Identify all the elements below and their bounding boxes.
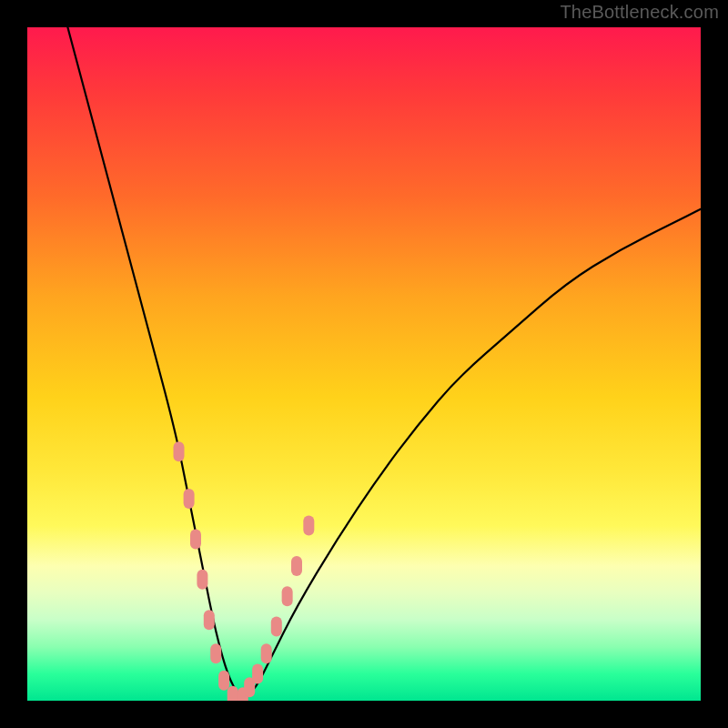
marker-point (261, 643, 272, 663)
marker-group (174, 441, 315, 701)
chart-frame: TheBottleneck.com (0, 0, 728, 728)
marker-point (197, 570, 207, 590)
marker-point (204, 610, 215, 630)
marker-point (303, 516, 314, 536)
bottleneck-curve (67, 27, 701, 697)
marker-point (252, 663, 263, 683)
plot-area (27, 27, 701, 701)
marker-point (271, 617, 282, 637)
marker-point (184, 489, 195, 509)
marker-point (174, 441, 185, 461)
marker-point (218, 671, 229, 691)
marker-point (190, 529, 201, 549)
marker-point (291, 556, 302, 576)
marker-point (228, 686, 238, 701)
marker-point (282, 586, 293, 606)
curve-svg (27, 27, 701, 701)
watermark-text: TheBottleneck.com (560, 2, 719, 23)
marker-point (210, 643, 221, 663)
